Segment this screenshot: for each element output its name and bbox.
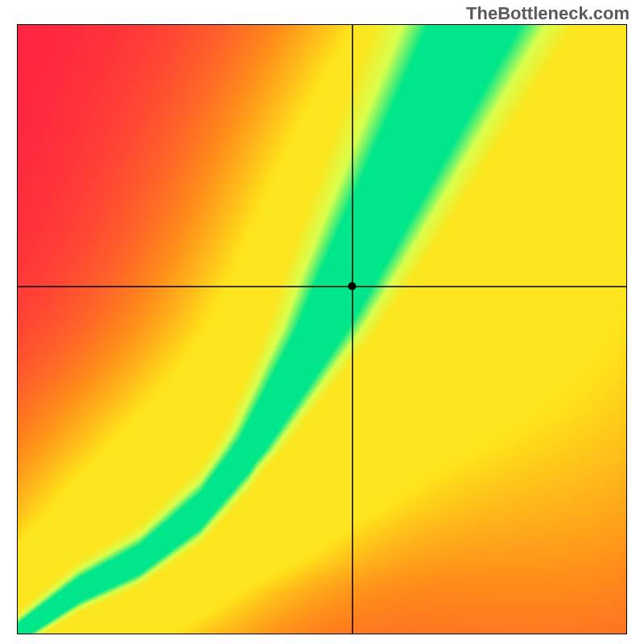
heatmap-canvas [17,24,627,634]
bottleneck-heatmap [17,24,627,634]
watermark-text: TheBottleneck.com [466,3,630,24]
